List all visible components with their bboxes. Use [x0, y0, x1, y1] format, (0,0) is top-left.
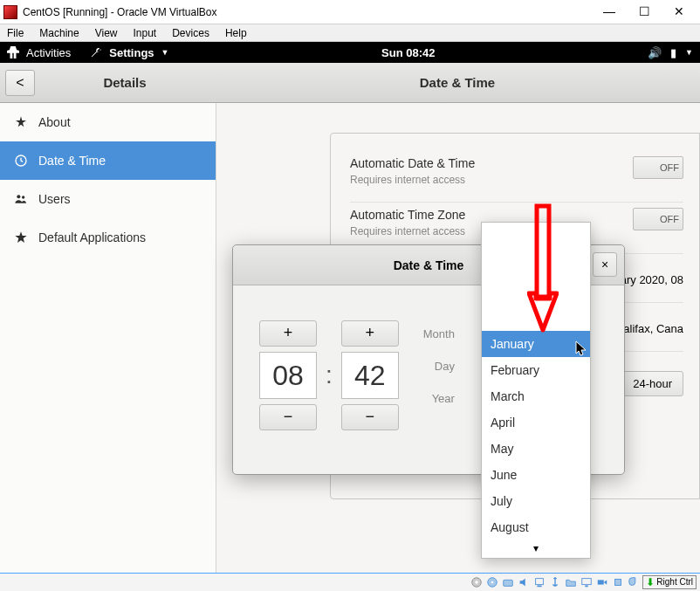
month-option-march[interactable]: March [482, 383, 590, 409]
menu-file[interactable]: File [7, 27, 24, 39]
svg-point-7 [491, 581, 494, 584]
tz-value: Halifax, Cana [615, 322, 683, 335]
chevron-down-icon[interactable]: ▼ [685, 48, 693, 57]
day-label: Day [423, 360, 455, 373]
svg-rect-10 [538, 586, 542, 588]
vbox-menubar: File Machine View Input Devices Help [0, 24, 700, 42]
menu-help[interactable]: Help [225, 27, 247, 39]
sidebar-item-label: Users [38, 192, 71, 206]
svg-rect-9 [536, 579, 544, 585]
optical-icon[interactable] [485, 575, 499, 589]
date-labels: Month Day Year [423, 320, 455, 430]
sidebar: About Date & Time Users Default Applicat… [0, 103, 216, 573]
auto-tz-toggle[interactable]: OFF [633, 208, 683, 230]
gnome-topbar: Activities Settings ▼ Sun 08:42 🔊 ▮ ▼ [0, 42, 700, 63]
dropdown-more-icon[interactable]: ▾ [482, 540, 590, 558]
minute-decrement[interactable]: − [341, 404, 399, 430]
chevron-down-icon: ▼ [161, 48, 169, 57]
year-label: Year [423, 392, 455, 405]
minute-spinner: + 42 − [341, 320, 399, 430]
gnome-logo-icon [7, 46, 19, 58]
svg-rect-8 [504, 580, 513, 586]
plus-icon [14, 115, 28, 129]
month-option-june[interactable]: June [482, 462, 590, 488]
battery-icon[interactable]: ▮ [670, 46, 676, 59]
month-option-february[interactable]: February [482, 357, 590, 383]
gnome-clock[interactable]: Sun 08:42 [169, 46, 649, 59]
time-format-button[interactable]: 24-hour [621, 371, 683, 396]
sidebar-item-datetime[interactable]: Date & Time [0, 141, 216, 180]
header-title-datetime: Date & Time [215, 75, 700, 90]
mouse-integration-icon[interactable] [627, 575, 641, 589]
host-key-indicator[interactable]: ⬇ Right Ctrl [642, 575, 697, 589]
mouse-cursor-icon [575, 340, 587, 361]
sidebar-item-default-apps[interactable]: Default Applications [0, 218, 216, 257]
volume-icon[interactable]: 🔊 [648, 46, 662, 59]
vbox-title: CentOS [Running] - Oracle VM VirtualBox [23, 6, 592, 18]
vbox-titlebar: CentOS [Running] - Oracle VM VirtualBox … [0, 0, 700, 24]
hour-value[interactable]: 08 [259, 352, 317, 399]
auto-dt-sub: Requires internet access [350, 174, 475, 186]
header-title-details: Details [35, 75, 215, 90]
shared-folder-icon[interactable] [564, 575, 578, 589]
sidebar-item-users[interactable]: Users [0, 180, 216, 218]
month-option-july[interactable]: July [482, 488, 590, 514]
processor-icon[interactable] [611, 575, 625, 589]
back-button[interactable]: < [5, 70, 35, 96]
star-icon [14, 230, 28, 244]
minimize-button[interactable]: — [592, 2, 627, 23]
row-auto-datetime: Automatic Date & Time Requires internet … [350, 151, 683, 203]
arrow-down-icon: ⬇ [646, 576, 655, 588]
hdd-icon[interactable] [501, 575, 515, 589]
month-option-august[interactable]: August [482, 514, 590, 540]
usb-icon[interactable] [548, 575, 562, 589]
host-key-label: Right Ctrl [656, 576, 693, 588]
time-editor: + 08 − : + 42 − [259, 320, 399, 430]
audio-icon[interactable] [517, 575, 531, 589]
annotation-arrow-icon [527, 203, 559, 337]
dialog-close-button[interactable]: × [593, 252, 617, 277]
users-icon [14, 192, 28, 206]
svg-rect-11 [582, 579, 592, 585]
menu-view[interactable]: View [95, 27, 118, 39]
network-icon[interactable] [532, 575, 546, 589]
settings-headerbar: < Details Date & Time [0, 63, 700, 103]
close-button[interactable]: ✕ [662, 2, 697, 23]
maximize-button[interactable]: ☐ [627, 2, 662, 23]
disk-icon[interactable] [470, 575, 484, 589]
minute-value[interactable]: 42 [341, 352, 399, 399]
sidebar-item-label: About [38, 115, 71, 129]
svg-point-5 [476, 581, 479, 584]
activities-button[interactable]: Activities [26, 46, 71, 59]
menu-devices[interactable]: Devices [172, 27, 209, 39]
auto-dt-label: Automatic Date & Time [350, 156, 475, 170]
auto-tz-sub: Requires internet access [350, 225, 465, 237]
svg-rect-13 [598, 580, 604, 584]
vbox-app-icon [3, 5, 17, 19]
hour-spinner: + 08 − [259, 320, 317, 430]
settings-app-icon [90, 46, 102, 58]
hour-decrement[interactable]: − [259, 404, 317, 430]
svg-point-1 [17, 195, 20, 198]
auto-tz-label: Automatic Time Zone [350, 208, 465, 222]
vbox-statusbar: ⬇ Right Ctrl [0, 573, 700, 591]
sidebar-item-label: Default Applications [38, 230, 146, 244]
auto-dt-toggle[interactable]: OFF [633, 156, 683, 179]
recording-icon[interactable] [595, 575, 609, 589]
menu-input[interactable]: Input [134, 27, 157, 39]
minute-increment[interactable]: + [341, 320, 399, 347]
hour-increment[interactable]: + [259, 320, 317, 347]
sidebar-item-about[interactable]: About [0, 103, 216, 141]
sidebar-item-label: Date & Time [38, 154, 106, 168]
svg-point-2 [22, 196, 24, 198]
svg-rect-14 [615, 580, 621, 586]
app-menu-label[interactable]: Settings [109, 46, 154, 59]
month-option-may[interactable]: May [482, 436, 590, 462]
display-icon[interactable] [580, 575, 594, 589]
clock-icon [14, 154, 28, 168]
svg-rect-12 [586, 586, 589, 588]
menu-machine[interactable]: Machine [39, 27, 79, 39]
month-label: Month [423, 327, 455, 340]
svg-rect-3 [537, 206, 549, 297]
month-option-april[interactable]: April [482, 409, 590, 436]
